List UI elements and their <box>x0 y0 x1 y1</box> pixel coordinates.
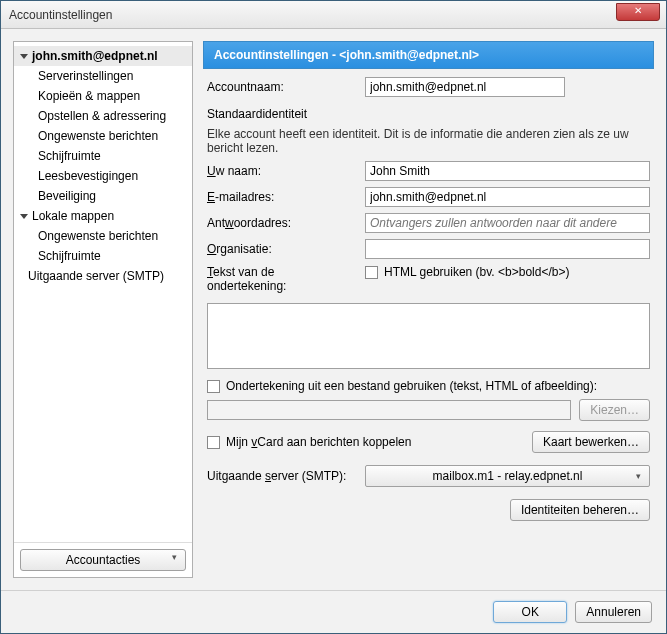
cancel-button[interactable]: Annuleren <box>575 601 652 623</box>
vcard-row: Mijn vCard aan berichten koppelen Kaart … <box>207 431 650 453</box>
tree-item-security[interactable]: Beveiliging <box>14 186 192 206</box>
tree-local-label: Lokale mappen <box>32 209 114 223</box>
reply-input[interactable] <box>365 213 650 233</box>
choose-file-label: Kiezen… <box>590 403 639 417</box>
tree-item-smtp[interactable]: Uitgaande server (SMTP) <box>14 266 192 286</box>
html-checkbox-row: HTML gebruiken (bv. <b>bold</b>) <box>365 265 569 279</box>
cancel-label: Annuleren <box>586 605 641 619</box>
org-input[interactable] <box>365 239 650 259</box>
row-org: Organisatie: <box>207 239 650 259</box>
vcard-label: Mijn vCard aan berichten koppelen <box>226 435 411 449</box>
your-name-label: Uw naam: <box>207 164 357 178</box>
account-name-label: Accountnaam: <box>207 80 357 94</box>
html-checkbox-label: HTML gebruiken (bv. <b>bold</b>) <box>384 265 569 279</box>
tree-item-copies[interactable]: Kopieën & mappen <box>14 86 192 106</box>
tree-item-label: Ongewenste berichten <box>38 129 158 143</box>
signature-textarea[interactable] <box>207 303 650 369</box>
sidebar: john.smith@edpnet.nl Serverinstellingen … <box>13 41 193 578</box>
account-tree: john.smith@edpnet.nl Serverinstellingen … <box>14 42 192 542</box>
edit-card-button[interactable]: Kaart bewerken… <box>532 431 650 453</box>
tree-item-label: Ongewenste berichten <box>38 229 158 243</box>
tree-item-label: Schijfruimte <box>38 149 101 163</box>
edit-card-label: Kaart bewerken… <box>543 435 639 449</box>
email-label: E-mailadres: <box>207 190 357 204</box>
row-account-name: Accountnaam: <box>207 77 650 97</box>
sig-file-path-row: Kiezen… <box>207 399 650 421</box>
choose-file-button[interactable]: Kiezen… <box>579 399 650 421</box>
tree-item-junk[interactable]: Ongewenste berichten <box>14 126 192 146</box>
tree-root-label: john.smith@edpnet.nl <box>32 49 158 63</box>
your-name-input[interactable] <box>365 161 650 181</box>
account-settings-window: Accountinstellingen ✕ john.smith@edpnet.… <box>0 0 667 634</box>
row-sig-text: Tekst van de ondertekening: HTML gebruik… <box>207 265 650 293</box>
account-actions-label: Accountacties <box>66 553 141 567</box>
tree-item-local-disk[interactable]: Schijfruimte <box>14 246 192 266</box>
smtp-select[interactable]: mailbox.m1 - relay.edpnet.nl <box>365 465 650 487</box>
reply-label: Antwoordadres: <box>207 216 357 230</box>
tree-item-label: Schijfruimte <box>38 249 101 263</box>
chevron-down-icon <box>20 214 28 219</box>
tree-item-receipts[interactable]: Leesbevestigingen <box>14 166 192 186</box>
sig-file-row: Ondertekening uit een bestand gebruiken … <box>207 379 650 393</box>
tree-item-label: Leesbevestigingen <box>38 169 138 183</box>
default-identity-title: Standaardidentiteit <box>207 107 650 121</box>
dialog-button-bar: OK Annuleren <box>1 590 666 633</box>
tree-item-server[interactable]: Serverinstellingen <box>14 66 192 86</box>
sig-file-path-input[interactable] <box>207 400 571 420</box>
titlebar: Accountinstellingen ✕ <box>1 1 666 29</box>
tree-item-disk[interactable]: Schijfruimte <box>14 146 192 166</box>
vcard-checkbox-row: Mijn vCard aan berichten koppelen <box>207 435 524 449</box>
ok-label: OK <box>522 605 539 619</box>
panel-body: Accountnaam: Standaardidentiteit Elke ac… <box>203 69 654 578</box>
org-label: Organisatie: <box>207 242 357 256</box>
panel-header: Accountinstellingen - <john.smith@edpnet… <box>203 41 654 69</box>
row-reply: Antwoordadres: <box>207 213 650 233</box>
content-area: john.smith@edpnet.nl Serverinstellingen … <box>1 29 666 590</box>
sig-file-checkbox[interactable] <box>207 380 220 393</box>
chevron-down-icon <box>20 54 28 59</box>
tree-root-account[interactable]: john.smith@edpnet.nl <box>14 46 192 66</box>
row-email: E-mailadres: <box>207 187 650 207</box>
account-actions-button[interactable]: Accountacties <box>20 549 186 571</box>
smtp-row: Uitgaande server (SMTP): mailbox.m1 - re… <box>207 465 650 487</box>
tree-item-label: Opstellen & adressering <box>38 109 166 123</box>
sig-file-label: Ondertekening uit een bestand gebruiken … <box>226 379 597 393</box>
main-panel: Accountinstellingen - <john.smith@edpnet… <box>203 41 654 578</box>
close-button[interactable]: ✕ <box>616 3 660 21</box>
window-title: Accountinstellingen <box>9 8 112 22</box>
tree-item-label: Kopieën & mappen <box>38 89 140 103</box>
tree-item-label: Serverinstellingen <box>38 69 133 83</box>
tree-root-local[interactable]: Lokale mappen <box>14 206 192 226</box>
identities-row: Identiteiten beheren… <box>207 499 650 521</box>
ok-button[interactable]: OK <box>493 601 567 623</box>
smtp-selected-value: mailbox.m1 - relay.edpnet.nl <box>433 469 583 483</box>
html-checkbox[interactable] <box>365 266 378 279</box>
tree-item-label: Beveiliging <box>38 189 96 203</box>
manage-identities-label: Identiteiten beheren… <box>521 503 639 517</box>
smtp-label: Uitgaande server (SMTP): <box>207 469 357 483</box>
tree-smtp-label: Uitgaande server (SMTP) <box>28 269 164 283</box>
email-input[interactable] <box>365 187 650 207</box>
manage-identities-button[interactable]: Identiteiten beheren… <box>510 499 650 521</box>
account-name-input[interactable] <box>365 77 565 97</box>
vcard-checkbox[interactable] <box>207 436 220 449</box>
default-identity-desc: Elke account heeft een identiteit. Dit i… <box>207 127 650 155</box>
row-your-name: Uw naam: <box>207 161 650 181</box>
tree-item-local-junk[interactable]: Ongewenste berichten <box>14 226 192 246</box>
close-icon: ✕ <box>634 5 642 16</box>
tree-item-compose[interactable]: Opstellen & adressering <box>14 106 192 126</box>
sig-text-label: Tekst van de ondertekening: <box>207 265 357 293</box>
account-actions-row: Accountacties <box>14 542 192 577</box>
